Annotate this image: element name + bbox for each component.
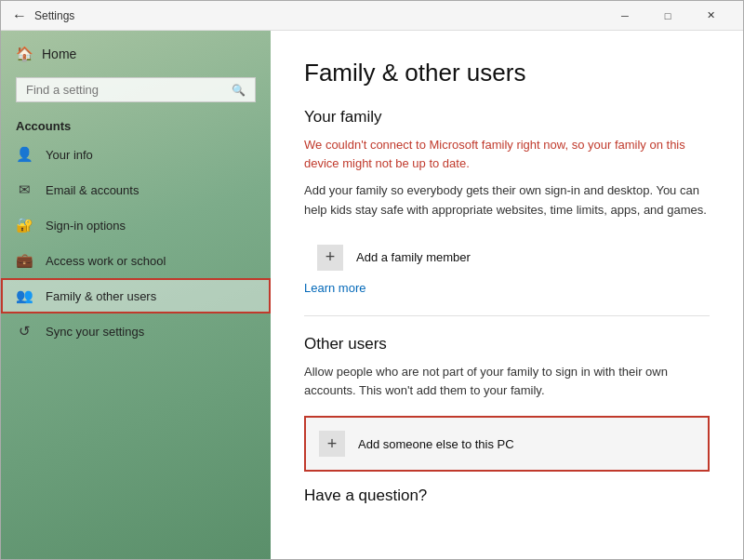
add-someone-else-wrapper: + Add someone else to this PC <box>304 416 710 472</box>
learn-more-link[interactable]: Learn more <box>304 281 365 295</box>
sign-in-icon: 🔐 <box>16 217 33 233</box>
titlebar-controls: ─ □ ✕ <box>604 1 732 31</box>
sidebar-item-sync-settings[interactable]: ↺ Sync your settings <box>1 313 271 349</box>
minimize-button[interactable]: ─ <box>604 1 646 31</box>
add-someone-else-label: Add someone else to this PC <box>358 437 514 451</box>
sidebar-item-email-accounts-label: Email & accounts <box>46 183 139 197</box>
sidebar-item-sign-in-options[interactable]: 🔐 Sign-in options <box>1 207 271 243</box>
back-arrow-icon[interactable]: ← <box>12 7 27 24</box>
family-info-text: Add your family so everybody gets their … <box>304 181 710 220</box>
close-button[interactable]: ✕ <box>689 1 732 31</box>
sidebar-item-access-work-school-label: Access work or school <box>46 254 166 268</box>
add-someone-else-button[interactable]: + Add someone else to this PC <box>306 418 708 470</box>
section-divider <box>304 315 710 316</box>
home-nav-item[interactable]: 🏠 Home <box>1 38 271 70</box>
family-warning-text: We couldn't connect to Microsoft family … <box>304 136 710 172</box>
page-title: Family & other users <box>304 59 710 87</box>
sidebar-item-sign-in-options-label: Sign-in options <box>46 219 126 233</box>
email-icon: ✉ <box>16 181 33 198</box>
add-family-member-label: Add a family member <box>356 250 471 264</box>
titlebar-title: Settings <box>34 9 74 22</box>
add-family-member-button[interactable]: + Add a family member <box>304 235 484 280</box>
search-input[interactable] <box>26 83 224 97</box>
sidebar-item-family-other-users-label: Family & other users <box>46 289 156 303</box>
other-users-info-text: Allow people who are not part of your fa… <box>304 363 710 402</box>
add-someone-icon: + <box>319 431 345 457</box>
add-family-icon: + <box>317 245 343 271</box>
sidebar-item-access-work-school[interactable]: 💼 Access work or school <box>1 243 271 278</box>
sidebar-item-family-other-users[interactable]: 👥 Family & other users <box>1 278 271 313</box>
family-icon: 👥 <box>16 287 33 304</box>
other-users-title: Other users <box>304 335 710 353</box>
have-question-title: Have a question? <box>304 487 710 505</box>
your-family-title: Your family <box>304 108 710 127</box>
sidebar-item-your-info-label: Your info <box>46 148 93 162</box>
titlebar-left: ← Settings <box>12 7 74 24</box>
home-label: Home <box>42 47 76 61</box>
home-icon: 🏠 <box>16 46 33 62</box>
sidebar: 🏠 Home 🔍 Accounts 👤 Your info ✉ Email & … <box>1 31 271 559</box>
sync-icon: ↺ <box>16 323 33 340</box>
search-box: 🔍 <box>16 77 256 102</box>
restore-button[interactable]: □ <box>646 1 689 31</box>
content-area: Family & other users Your family We coul… <box>271 31 743 559</box>
titlebar: ← Settings ─ □ ✕ <box>1 1 743 31</box>
sidebar-item-your-info[interactable]: 👤 Your info <box>1 137 271 172</box>
search-icon: 🔍 <box>232 84 246 97</box>
main-layout: 🏠 Home 🔍 Accounts 👤 Your info ✉ Email & … <box>1 31 743 559</box>
sidebar-item-sync-settings-label: Sync your settings <box>46 325 144 339</box>
sidebar-item-email-accounts[interactable]: ✉ Email & accounts <box>1 172 271 207</box>
your-info-icon: 👤 <box>16 146 33 163</box>
sidebar-section-label: Accounts <box>1 110 271 137</box>
settings-window: ← Settings ─ □ ✕ 🏠 Home 🔍 Accounts <box>0 0 744 560</box>
work-icon: 💼 <box>16 252 33 269</box>
